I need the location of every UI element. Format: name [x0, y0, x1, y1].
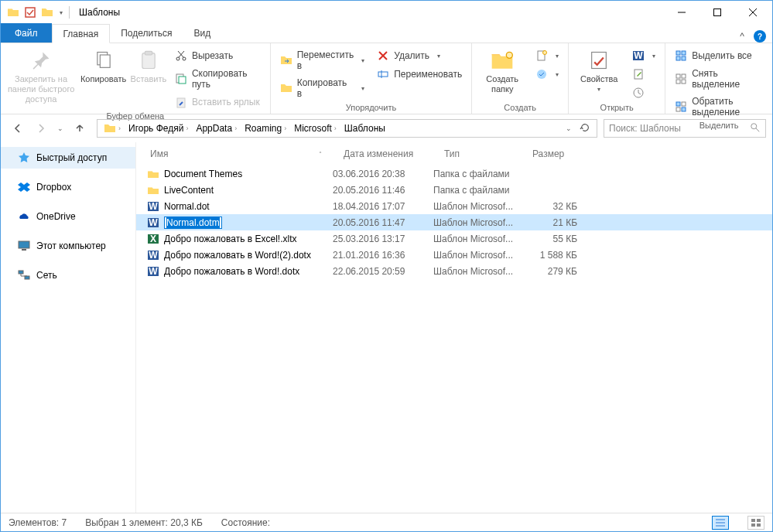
column-type: Тип — [441, 148, 529, 159]
copy-button[interactable]: Копировать — [80, 45, 127, 84]
table-row[interactable]: WNormal.dot18.04.2016 17:07Шаблон Micros… — [136, 198, 772, 214]
svg-rect-36 — [682, 107, 686, 111]
new-item-icon[interactable]: ▾ — [531, 48, 563, 63]
address-bar[interactable]: › Игорь Федяй› AppData› Roaming› Microso… — [97, 119, 597, 138]
close-button[interactable] — [735, 1, 771, 24]
file-type: Шаблон Microsof... — [430, 217, 518, 228]
breadcrumb: Roaming› — [241, 123, 289, 134]
column-headers[interactable]: Имя˄ Дата изменения Тип Размер — [136, 142, 772, 165]
select-none-button[interactable]: Снять выделение — [670, 66, 768, 91]
open-word-icon[interactable]: W▾ — [628, 48, 660, 63]
file-name: Normal.dot — [164, 201, 210, 212]
sidebar: Быстрый доступ Dropbox OneDrive Этот ком… — [1, 142, 136, 513]
move-to-button[interactable]: Переместить в▾ — [275, 48, 370, 73]
file-date: 20.05.2016 11:47 — [330, 217, 430, 228]
table-row[interactable]: LiveContent20.05.2016 11:46Папка с файла… — [136, 182, 772, 198]
table-row[interactable]: Document Themes03.06.2016 20:38Папка с ф… — [136, 165, 772, 182]
rename-input[interactable]: Normal.dotm — [164, 217, 222, 229]
paste-button[interactable]: Вставить — [130, 45, 167, 84]
select-all-button[interactable]: Выделить все — [670, 48, 768, 63]
ribbon: Закрепить на панели быстрого доступа Коп… — [1, 43, 772, 114]
group-organize-label: Упорядочить — [275, 101, 467, 114]
monitor-icon — [18, 240, 30, 252]
collapse-ribbon-icon[interactable]: ^ — [735, 31, 749, 42]
maximize-button[interactable] — [699, 1, 735, 24]
breadcrumb: Microsoft› — [291, 123, 340, 134]
excel-icon: X — [147, 233, 159, 245]
folder-icon — [147, 184, 159, 196]
copy-to-button[interactable]: Копировать в▾ — [275, 76, 370, 101]
nav-up-button[interactable] — [69, 118, 91, 139]
svg-rect-30 — [682, 74, 686, 78]
pin-button[interactable]: Закрепить на панели быстрого доступа — [5, 45, 77, 105]
icons-view-button[interactable] — [747, 516, 764, 530]
edit-icon[interactable] — [628, 66, 660, 82]
svg-rect-32 — [682, 80, 686, 84]
sidebar-item-dropbox[interactable]: Dropbox — [1, 176, 135, 198]
svg-text:X: X — [150, 234, 156, 244]
sidebar-item-network[interactable]: Сеть — [1, 264, 135, 286]
sidebar-item-this-pc[interactable]: Этот компьютер — [1, 235, 135, 257]
delete-icon — [377, 49, 389, 62]
tab-home[interactable]: Главная — [52, 24, 111, 43]
properties-button[interactable]: Свойства ▾ — [573, 45, 624, 94]
file-date: 03.06.2016 20:38 — [330, 169, 430, 179]
refresh-icon[interactable] — [580, 122, 590, 135]
cut-button[interactable]: Вырезать — [170, 48, 265, 63]
svg-rect-34 — [682, 102, 686, 106]
qat-properties-icon[interactable] — [22, 5, 38, 20]
svg-rect-8 — [145, 51, 152, 55]
sidebar-item-quick-access[interactable]: Быстрый доступ — [1, 147, 135, 169]
sidebar-item-onedrive[interactable]: OneDrive — [1, 206, 135, 227]
svg-rect-7 — [142, 53, 155, 69]
select-none-icon — [675, 73, 687, 85]
nav-recent-button[interactable]: ⌄ — [53, 118, 67, 139]
file-type: Шаблон Microsof... — [430, 250, 518, 261]
tab-file[interactable]: Файл — [1, 23, 52, 43]
column-name: Имя˄ — [147, 148, 340, 159]
search-input[interactable]: Поиск: Шаблоны — [604, 119, 766, 138]
help-icon[interactable]: ? — [754, 30, 766, 43]
table-row[interactable]: XДобро пожаловать в Excel!.xltx25.03.201… — [136, 230, 772, 247]
copy-path-button[interactable]: Скопировать путь — [170, 66, 265, 91]
svg-rect-59 — [757, 523, 761, 527]
status-bar: Элементов: 7 Выбран 1 элемент: 20,3 КБ С… — [1, 513, 772, 531]
svg-rect-6 — [100, 55, 110, 67]
file-size: 55 КБ — [518, 234, 580, 244]
word-icon: W — [147, 265, 159, 278]
svg-point-10 — [183, 57, 186, 60]
qat-dropdown-icon[interactable]: ▾ — [56, 5, 66, 20]
svg-rect-2 — [714, 9, 721, 16]
status-count: Элементов: 7 — [9, 517, 67, 528]
file-size: 279 КБ — [518, 266, 580, 277]
rename-button[interactable]: Переименовать — [372, 66, 467, 82]
paste-icon — [138, 48, 159, 73]
svg-rect-56 — [751, 519, 755, 522]
tab-share[interactable]: Поделиться — [110, 23, 183, 43]
file-date: 18.04.2016 17:07 — [330, 201, 430, 212]
nav-row: ⌄ › Игорь Федяй› AppData› Roaming› Micro… — [1, 114, 772, 142]
nav-forward-button[interactable] — [30, 118, 52, 139]
table-row[interactable]: WNormal.dotm20.05.2016 11:47Шаблон Micro… — [136, 214, 772, 230]
file-date: 22.06.2015 20:59 — [330, 266, 430, 277]
folder-copy-icon — [280, 82, 292, 94]
svg-rect-31 — [676, 80, 680, 84]
new-folder-button[interactable]: Создать папку — [477, 45, 528, 94]
history-icon[interactable] — [628, 85, 660, 101]
tab-view[interactable]: Вид — [183, 23, 221, 43]
easy-access-icon[interactable]: ▾ — [531, 66, 563, 82]
table-row[interactable]: WДобро пожаловать в Word!(2).dotx21.01.2… — [136, 247, 772, 263]
file-date: 21.01.2016 16:36 — [330, 250, 430, 261]
file-type: Шаблон Microsof... — [430, 201, 518, 212]
table-row[interactable]: WДобро пожаловать в Word!.dotx22.06.2015… — [136, 263, 772, 279]
paste-shortcut-button[interactable]: Вставить ярлык — [170, 94, 265, 110]
address-dropdown-icon[interactable]: ⌄ — [566, 124, 572, 132]
file-name: Добро пожаловать в Word!(2).dotx — [164, 250, 311, 261]
delete-button[interactable]: Удалить▾ — [372, 48, 467, 63]
search-icon — [750, 122, 761, 135]
svg-rect-28 — [682, 56, 686, 60]
titlebar: ▾ Шаблоны — [1, 1, 772, 24]
details-view-button[interactable] — [712, 516, 729, 530]
nav-back-button[interactable] — [7, 118, 29, 139]
minimize-button[interactable] — [664, 1, 699, 24]
